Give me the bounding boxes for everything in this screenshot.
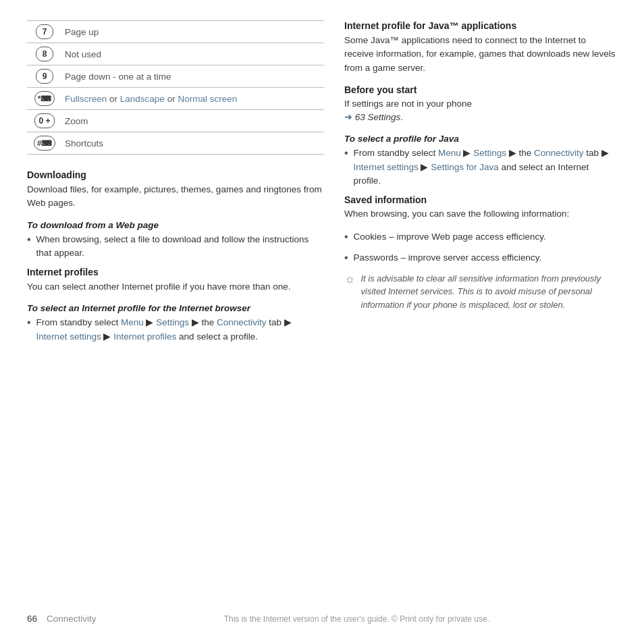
settings-link: Settings [156,317,189,327]
java-connectivity-link: Connectivity [534,148,584,158]
java-settings-link: Settings [473,148,506,158]
page: 7 Page up 8 Not used 9 Page down - one a… [0,0,644,644]
java-menu-link: Menu [438,148,461,158]
downloading-text: Download files, for example, pictures, t… [27,183,324,211]
internet-profiles-link: Internet profiles [113,331,176,342]
tip-box: ☼ It is advisable to clear all sensitive… [344,272,617,312]
select-profile-bullet: • From standby select Menu ▶ Settings ▶ … [27,316,324,344]
footer: 66 Connectivity This is the Internet ver… [27,601,617,624]
java-bullet-item: • From standby select Menu ▶ Settings ▶ … [344,146,617,188]
settings-link-text: 63 Settings [352,112,400,122]
key-desc-fullscreen: Fullscreen [65,94,107,104]
key-cell: 7 [27,21,62,43]
key-badge-7: 7 [36,24,53,39]
select-java-sub: To select a profile for Java [344,134,617,144]
footer-disclaimer: This is the Internet version of the user… [97,614,617,624]
bullet-dot: • [344,146,348,188]
key-cell: *⌨ [27,88,62,110]
before-start-text: If settings are not in your phone ➜ 63 S… [344,97,617,125]
internet-profiles-text: You can select another Internet profile … [27,280,324,294]
key-badge-9: 9 [36,69,53,84]
java-internet-settings-link: Internet settings [354,162,419,172]
table-row: *⌨ Fullscreen or Landscape or Normal scr… [27,88,324,110]
before-start-heading: Before you start [344,84,617,95]
saved-bullet-2: • Passwords – improve server access effi… [344,251,617,265]
java-for-java-link: Settings for Java [431,162,499,172]
key-desc-0: Zoom [62,110,324,132]
bullet-dot: • [27,316,31,344]
key-cell: #⌨ [27,132,62,155]
key-table: 7 Page up 8 Not used 9 Page down - one a… [27,20,324,155]
bullet-dot: • [27,233,31,261]
bullet-dot: • [344,230,348,244]
tip-text: It is advisable to clear all sensitive i… [361,272,618,312]
saved-heading: Saved information [344,194,617,205]
right-column: Internet profile for Java™ applications … [344,20,617,601]
key-badge-0: 0 + [34,113,54,128]
downloading-heading: Downloading [27,169,324,180]
table-row: #⌨ Shortcuts [27,132,324,155]
key-badge-hash: #⌨ [34,136,55,151]
key-desc-normal: Normal screen [178,94,237,104]
key-desc-9: Page down - one at a time [62,65,324,88]
menu-link: Menu [121,317,144,327]
settings-arrow: ➜ [344,112,352,122]
select-profile-sub: To select an Internet profile for the In… [27,303,324,313]
download-sub: To download from a Web page [27,220,324,230]
internet-settings-link: Internet settings [36,331,101,342]
java-text: Some Java™ applications need to connect … [344,34,617,75]
key-cell: 0 + [27,110,62,132]
key-cell: 9 [27,65,62,88]
left-column: 7 Page up 8 Not used 9 Page down - one a… [27,20,324,601]
table-row: 0 + Zoom [27,110,324,132]
java-heading: Internet profile for Java™ applications [344,20,617,31]
saved-bullet-2-text: Passwords – improve server access effici… [354,251,617,265]
saved-text: When browsing, you can save the followin… [344,207,617,221]
key-badge-8: 8 [36,47,53,61]
key-desc-hash: Shortcuts [62,132,324,155]
key-cell: 8 [27,43,62,65]
content-area: 7 Page up 8 Not used 9 Page down - one a… [27,20,617,601]
table-row: 9 Page down - one at a time [27,65,324,88]
java-bullet-text: From standby select Menu ▶ Settings ▶ th… [354,146,617,188]
key-desc-7: Page up [62,21,324,43]
download-bullet-item: • When browsing, select a file to downlo… [27,233,324,261]
saved-bullet-1-text: Cookies – improve Web page access effici… [354,230,617,244]
tip-icon: ☼ [344,272,356,312]
footer-page-number: 66 [27,614,37,624]
bullet-dot: • [344,251,348,265]
saved-bullet-1: • Cookies – improve Web page access effi… [344,230,617,244]
table-row: 8 Not used [27,43,324,65]
download-bullet-text: When browsing, select a file to download… [36,233,324,261]
key-desc-or1: or [109,94,120,104]
key-desc-landscape: Landscape [120,94,165,104]
internet-profiles-heading: Internet profiles [27,267,324,277]
key-badge-star: *⌨ [34,91,55,106]
select-profile-text: From standby select Menu ▶ Settings ▶ th… [36,316,324,344]
key-desc-or2: or [167,94,178,104]
key-desc-star: Fullscreen or Landscape or Normal screen [62,88,324,110]
table-row: 7 Page up [27,21,324,43]
connectivity-link: Connectivity [217,317,267,327]
key-desc-8: Not used [62,43,324,65]
footer-section-label: Connectivity [47,614,97,624]
